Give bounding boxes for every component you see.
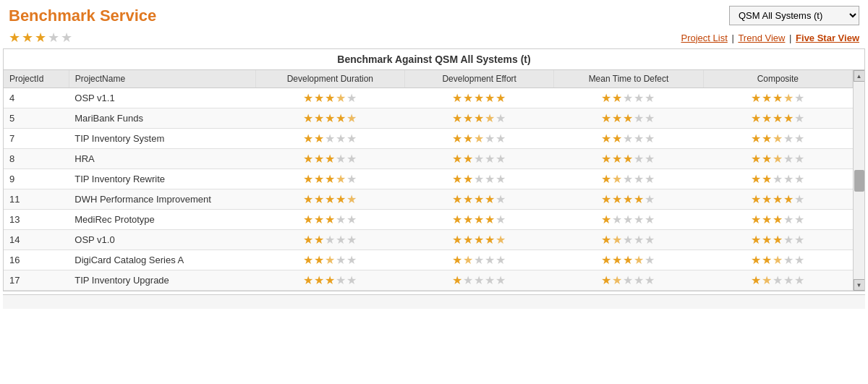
cell-project-id: 8	[4, 149, 69, 169]
separator-2: |	[789, 33, 794, 43]
page-header: Benchmark Service QSM All Systems (t)QSM…	[0, 0, 868, 28]
cell-dev-effort: ★★★★★	[405, 270, 554, 291]
cell-project-name: DWH Performance Improvement	[69, 189, 255, 210]
trend-view-link[interactable]: Trend View	[738, 33, 785, 43]
cell-dev-effort: ★★★★★	[405, 88, 554, 108]
cell-dev-effort: ★★★★★	[405, 189, 554, 210]
cell-dev-duration: ★★★★★	[255, 230, 404, 250]
cell-composite: ★★★★★	[703, 210, 852, 230]
cell-dev-effort: ★★★★★	[405, 169, 554, 189]
table-row: 17 TIP Inventory Upgrade ★★★★★ ★★★★★ ★★★…	[4, 270, 853, 291]
five-star-view-link[interactable]: Five Star View	[796, 33, 859, 43]
page-title: Benchmark Service	[9, 7, 156, 25]
cell-project-id: 9	[4, 169, 69, 189]
star-5: ★	[61, 30, 72, 46]
cell-dev-effort: ★★★★★	[405, 210, 554, 230]
cell-project-name: MariBank Funds	[69, 108, 255, 129]
table-wrapper: ProjectId ProjectName Development Durati…	[4, 70, 864, 291]
cell-composite: ★★★★★	[703, 189, 852, 210]
overall-stars: ★ ★ ★ ★ ★	[9, 30, 72, 46]
cell-composite: ★★★★★	[703, 270, 852, 291]
cell-project-id: 17	[4, 270, 69, 291]
cell-mean-time: ★★★★★	[554, 129, 703, 149]
table-row: 14 OSP v1.0 ★★★★★ ★★★★★ ★★★★★ ★★★★★	[4, 230, 853, 250]
cell-mean-time: ★★★★★	[554, 210, 703, 230]
table-row: 8 HRA ★★★★★ ★★★★★ ★★★★★ ★★★★★	[4, 149, 853, 169]
cell-project-name: TIP Inventory System	[69, 129, 255, 149]
cell-project-name: OSP v1.1	[69, 88, 255, 108]
cell-mean-time: ★★★★★	[554, 108, 703, 129]
cell-project-name: OSP v1.0	[69, 230, 255, 250]
cell-project-id: 7	[4, 129, 69, 149]
cell-dev-duration: ★★★★★	[255, 129, 404, 149]
scroll-down-btn[interactable]: ▼	[854, 279, 865, 291]
cell-project-name: HRA	[69, 149, 255, 169]
cell-mean-time: ★★★★★	[554, 230, 703, 250]
nav-links: Project List | Trend View | Five Star Vi…	[681, 33, 859, 43]
cell-composite: ★★★★★	[703, 108, 852, 129]
footer-bar	[3, 294, 865, 309]
cell-composite: ★★★★★	[703, 88, 852, 108]
table-row: 5 MariBank Funds ★★★★★ ★★★★★ ★★★★★ ★★★★★	[4, 108, 853, 129]
table-row: 7 TIP Inventory System ★★★★★ ★★★★★ ★★★★★…	[4, 129, 853, 149]
cell-mean-time: ★★★★★	[554, 169, 703, 189]
cell-composite: ★★★★★	[703, 149, 852, 169]
col-dev-effort: Development Effort	[405, 70, 554, 88]
cell-composite: ★★★★★	[703, 169, 852, 189]
cell-dev-duration: ★★★★★	[255, 149, 404, 169]
bench-title: Benchmark Against QSM All Systems (t)	[4, 49, 864, 70]
project-list-link[interactable]: Project List	[681, 33, 727, 43]
star-1: ★	[9, 30, 20, 46]
cell-dev-duration: ★★★★★	[255, 189, 404, 210]
benchmark-table: ProjectId ProjectName Development Durati…	[4, 70, 853, 291]
col-mean-time: Mean Time to Defect	[554, 70, 703, 88]
cell-dev-effort: ★★★★★	[405, 129, 554, 149]
scrollbar[interactable]: ▲ ▼	[853, 70, 864, 291]
cell-project-name: MediRec Prototype	[69, 210, 255, 230]
col-project-id: ProjectId	[4, 70, 69, 88]
cell-project-id: 5	[4, 108, 69, 129]
cell-project-id: 13	[4, 210, 69, 230]
cell-dev-effort: ★★★★★	[405, 230, 554, 250]
cell-project-id: 4	[4, 88, 69, 108]
cell-dev-duration: ★★★★★	[255, 250, 404, 270]
dropdown-wrapper: QSM All Systems (t)QSM All SystemsQSM We…	[729, 6, 859, 25]
cell-composite: ★★★★★	[703, 250, 852, 270]
cell-dev-effort: ★★★★★	[405, 108, 554, 129]
cell-mean-time: ★★★★★	[554, 189, 703, 210]
cell-project-id: 14	[4, 230, 69, 250]
cell-dev-duration: ★★★★★	[255, 108, 404, 129]
cell-mean-time: ★★★★★	[554, 88, 703, 108]
col-project-name: ProjectName	[69, 70, 255, 88]
star-3: ★	[35, 30, 46, 46]
cell-project-name: TIP Inventory Upgrade	[69, 270, 255, 291]
cell-mean-time: ★★★★★	[554, 250, 703, 270]
table-row: 11 DWH Performance Improvement ★★★★★ ★★★…	[4, 189, 853, 210]
col-dev-duration: Development Duration	[255, 70, 404, 88]
cell-mean-time: ★★★★★	[554, 270, 703, 291]
cell-dev-duration: ★★★★★	[255, 210, 404, 230]
cell-dev-effort: ★★★★★	[405, 250, 554, 270]
cell-project-name: DigiCard Catalog Series A	[69, 250, 255, 270]
scroll-thumb[interactable]	[854, 170, 864, 192]
cell-composite: ★★★★★	[703, 230, 852, 250]
star-4: ★	[48, 30, 59, 46]
cell-dev-duration: ★★★★★	[255, 270, 404, 291]
star-2: ★	[22, 30, 33, 46]
cell-composite: ★★★★★	[703, 129, 852, 149]
separator-1: |	[731, 33, 736, 43]
table-inner: ProjectId ProjectName Development Durati…	[4, 70, 853, 291]
cell-project-id: 11	[4, 189, 69, 210]
table-row: 13 MediRec Prototype ★★★★★ ★★★★★ ★★★★★ ★…	[4, 210, 853, 230]
scroll-up-btn[interactable]: ▲	[854, 70, 865, 82]
cell-dev-effort: ★★★★★	[405, 149, 554, 169]
table-row: 4 OSP v1.1 ★★★★★ ★★★★★ ★★★★★ ★★★★★	[4, 88, 853, 108]
system-dropdown[interactable]: QSM All Systems (t)QSM All SystemsQSM We…	[729, 6, 859, 25]
cell-project-name: TIP Inventory Rewrite	[69, 169, 255, 189]
table-row: 16 DigiCard Catalog Series A ★★★★★ ★★★★★…	[4, 250, 853, 270]
cell-dev-duration: ★★★★★	[255, 169, 404, 189]
cell-dev-duration: ★★★★★	[255, 88, 404, 108]
table-row: 9 TIP Inventory Rewrite ★★★★★ ★★★★★ ★★★★…	[4, 169, 853, 189]
cell-project-id: 16	[4, 250, 69, 270]
cell-mean-time: ★★★★★	[554, 149, 703, 169]
